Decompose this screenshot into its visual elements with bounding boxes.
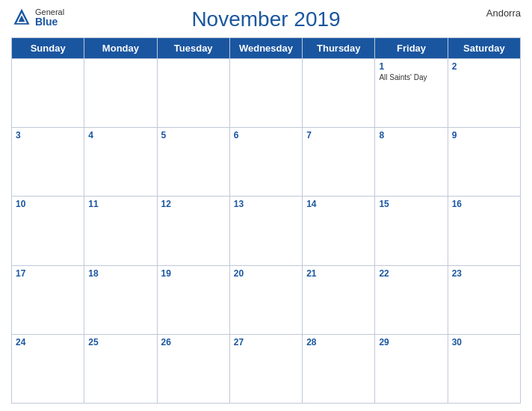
- week-row-5: 24252627282930: [12, 334, 521, 403]
- day-cell-3-2: 19: [157, 265, 229, 334]
- day-cell-2-0: 10: [12, 197, 84, 265]
- day-number-28: 28: [306, 337, 371, 347]
- day-number-23: 23: [452, 268, 516, 279]
- week-row-3: 10111213141516: [12, 197, 521, 265]
- day-cell-4-3: 27: [229, 334, 302, 403]
- day-number-1: 1: [379, 61, 443, 72]
- day-number-9: 9: [452, 130, 516, 140]
- day-number-6: 6: [234, 130, 298, 140]
- day-number-8: 8: [379, 130, 443, 140]
- day-cell-2-4: 14: [303, 197, 375, 265]
- header-thursday: Thursday: [303, 38, 375, 59]
- day-cell-4-2: 26: [157, 334, 229, 403]
- day-number-15: 15: [379, 199, 443, 209]
- day-cell-1-5: 8: [375, 128, 448, 197]
- day-cell-0-0: [12, 59, 84, 128]
- day-number-17: 17: [16, 268, 80, 279]
- day-cell-3-4: 21: [303, 265, 375, 334]
- day-number-26: 26: [161, 337, 226, 347]
- logo: General Blue: [11, 7, 64, 28]
- day-number-5: 5: [161, 130, 226, 140]
- calendar-header: General Blue November 2019 Andorra: [11, 7, 521, 31]
- day-cell-4-4: 28: [303, 334, 375, 403]
- logo-blue: Blue: [35, 16, 64, 28]
- day-cell-4-6: 30: [448, 334, 520, 403]
- calendar-body: 1All Saints' Day234567891011121314151617…: [12, 59, 521, 404]
- day-cell-0-4: [303, 59, 375, 128]
- day-number-10: 10: [16, 199, 80, 209]
- week-row-2: 3456789: [12, 128, 521, 197]
- day-cell-1-0: 3: [12, 128, 84, 197]
- day-number-27: 27: [234, 337, 298, 347]
- day-header-row: Sunday Monday Tuesday Wednesday Thursday…: [12, 38, 521, 59]
- day-cell-4-5: 29: [375, 334, 448, 403]
- day-number-2: 2: [452, 61, 516, 72]
- day-number-14: 14: [306, 199, 371, 209]
- day-number-18: 18: [88, 268, 152, 279]
- day-cell-0-1: [84, 59, 157, 128]
- holiday-1: All Saints' Day: [379, 73, 443, 81]
- day-cell-0-3: [229, 59, 302, 128]
- week-row-4: 17181920212223: [12, 265, 521, 334]
- day-cell-3-5: 22: [375, 265, 448, 334]
- calendar-wrapper: General Blue November 2019 Andorra Sunda…: [0, 0, 532, 411]
- day-number-16: 16: [452, 199, 516, 209]
- day-number-7: 7: [306, 130, 371, 140]
- day-number-24: 24: [16, 337, 80, 347]
- day-cell-0-6: 2: [448, 59, 520, 128]
- calendar-title: November 2019: [191, 7, 340, 31]
- country-label: Andorra: [486, 7, 521, 19]
- header-wednesday: Wednesday: [229, 38, 302, 59]
- day-cell-3-1: 18: [84, 265, 157, 334]
- header-saturday: Saturday: [448, 38, 520, 59]
- day-cell-1-1: 4: [84, 128, 157, 197]
- header-friday: Friday: [375, 38, 448, 59]
- day-number-22: 22: [379, 268, 443, 279]
- day-number-20: 20: [234, 268, 298, 279]
- day-cell-1-2: 5: [157, 128, 229, 197]
- day-cell-2-2: 12: [157, 197, 229, 265]
- day-number-30: 30: [452, 337, 516, 347]
- day-cell-0-5: 1All Saints' Day: [375, 59, 448, 128]
- day-cell-1-3: 6: [229, 128, 302, 197]
- day-cell-2-1: 11: [84, 197, 157, 265]
- day-cell-3-6: 23: [448, 265, 520, 334]
- day-number-21: 21: [306, 268, 371, 279]
- day-cell-4-1: 25: [84, 334, 157, 403]
- day-number-11: 11: [88, 199, 152, 209]
- day-number-4: 4: [88, 130, 152, 140]
- week-row-1: 1All Saints' Day2: [12, 59, 521, 128]
- day-cell-3-3: 20: [229, 265, 302, 334]
- day-number-3: 3: [16, 130, 80, 140]
- day-cell-2-5: 15: [375, 197, 448, 265]
- day-cell-4-0: 24: [12, 334, 84, 403]
- day-number-13: 13: [234, 199, 298, 209]
- day-cell-2-3: 13: [229, 197, 302, 265]
- day-number-25: 25: [88, 337, 152, 347]
- logo-icon: [11, 7, 32, 28]
- day-number-12: 12: [161, 199, 226, 209]
- header-monday: Monday: [84, 38, 157, 59]
- logo-text: General Blue: [35, 7, 64, 28]
- day-number-19: 19: [161, 268, 226, 279]
- day-cell-2-6: 16: [448, 197, 520, 265]
- day-cell-0-2: [157, 59, 229, 128]
- day-number-29: 29: [379, 337, 443, 347]
- day-cell-1-6: 9: [448, 128, 520, 197]
- header-tuesday: Tuesday: [157, 38, 229, 59]
- day-cell-1-4: 7: [303, 128, 375, 197]
- header-sunday: Sunday: [12, 38, 84, 59]
- calendar-table: Sunday Monday Tuesday Wednesday Thursday…: [11, 37, 521, 404]
- day-cell-3-0: 17: [12, 265, 84, 334]
